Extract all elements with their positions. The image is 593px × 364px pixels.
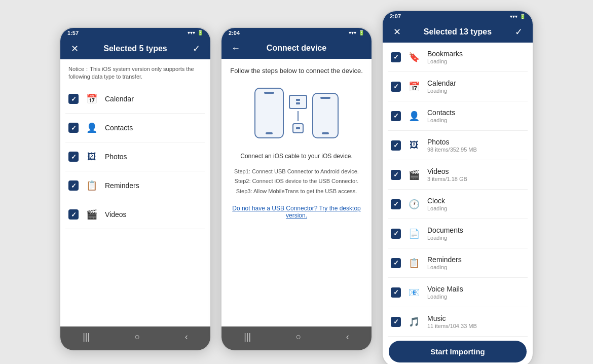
usb-port-2 (296, 102, 300, 104)
list-item-p3-music[interactable]: 🎵 Music 11 items/104.33 MB (388, 307, 528, 337)
videos-label-p1: Videos (105, 210, 127, 219)
checkbox-p3-calendar[interactable] (391, 82, 401, 92)
status-bar-1: 1:57 ▾▾▾ 🔋 (60, 28, 210, 38)
reminders-label-p3: Reminders (427, 256, 462, 264)
usb-connector-bottom (292, 123, 304, 133)
status-bar-3: 2:07 ▾▾▾ 🔋 (383, 11, 533, 21)
list-item-p3-videos[interactable]: 🎬 Videos 3 items/1.18 GB (388, 160, 528, 190)
contacts-label-p3: Contacts (427, 108, 455, 117)
header-title-1: Selected 5 types (82, 44, 189, 53)
battery-icon-2: 🔋 (358, 30, 364, 35)
phone-3: 2:07 ▾▾▾ 🔋 ✕ Selected 13 types ✓ 🔖 Bookm… (382, 10, 534, 364)
clock-icon-p3: 🕐 (407, 197, 421, 211)
list-item-p3-contacts[interactable]: 👤 Contacts Loading (388, 101, 528, 131)
wifi-icon-1: ▾▾▾ (188, 30, 195, 35)
checkbox-p3-videos[interactable] (391, 170, 401, 180)
contacts-label-p1: Contacts (105, 124, 133, 132)
desktop-link[interactable]: Do not have a USB Connector? Try the des… (230, 205, 363, 219)
cable-caption: Connect an iOS cable to your iOS device. (240, 153, 352, 160)
checkbox-p3-music[interactable] (391, 317, 401, 327)
list-item-p1-reminders[interactable]: 📋 Reminders (65, 171, 205, 200)
step-2: Step2: Connect iOS device to the USB Con… (235, 178, 359, 184)
close-button-1[interactable]: ✕ (67, 43, 82, 54)
music-icon-p3: 🎵 (407, 315, 421, 329)
battery-icon-3: 🔋 (520, 14, 526, 19)
checkbox-p3-photos[interactable] (391, 140, 401, 151)
checkbox-p3-contacts[interactable] (391, 111, 401, 121)
usb-port-1 (296, 99, 300, 101)
phone-notch-ios (320, 97, 330, 99)
list-item-p1-calendar[interactable]: 📅 Calendar (65, 85, 205, 114)
list-item-p3-reminders[interactable]: 📋 Reminders Loading (388, 248, 528, 278)
header-2: ← Connect device (221, 38, 372, 59)
phone-notch-android (264, 92, 274, 94)
checkbox-p1-reminders[interactable] (68, 180, 79, 191)
start-importing-button[interactable]: Start Importing (389, 341, 527, 362)
checkbox-p3-reminders[interactable] (391, 258, 401, 268)
checkbox-p3-documents[interactable] (391, 229, 401, 239)
confirm-button-1[interactable]: ✓ (189, 43, 203, 54)
documents-sublabel-p3: Loading (427, 235, 463, 241)
step-1: Step1: Connect USB Connector to Android … (234, 168, 359, 174)
android-phone-outline (254, 88, 284, 138)
time-2: 2:04 (229, 30, 240, 36)
phone-home-android (266, 132, 273, 134)
contacts-icon-p1: 👤 (85, 121, 99, 135)
list-item-p3-calendar[interactable]: 📅 Calendar Loading (388, 72, 528, 101)
contacts-icon-p3: 👤 (407, 109, 421, 123)
checkbox-p3-clock[interactable] (391, 199, 401, 209)
bookmarks-label-p3: Bookmarks (427, 50, 463, 58)
nav-back-icon-1[interactable]: ‹ (185, 332, 188, 342)
wifi-icon-2: ▾▾▾ (349, 30, 356, 35)
checkbox-p1-calendar[interactable] (68, 94, 79, 104)
nav-menu-icon-2[interactable]: ||| (244, 332, 251, 342)
list-item-p1-contacts[interactable]: 👤 Contacts (65, 114, 205, 142)
close-button-3[interactable]: ✕ (390, 26, 404, 38)
list-item-p3-photos[interactable]: 🖼 Photos 98 items/352.95 MB (388, 131, 528, 160)
back-button-2[interactable]: ← (229, 43, 243, 54)
status-icons-2: ▾▾▾ 🔋 (349, 30, 364, 35)
photos-label-p3: Photos (427, 138, 477, 146)
list-item-p1-videos[interactable]: 🎬 Videos (65, 200, 205, 229)
list-item-p3-bookmarks[interactable]: 🔖 Bookmarks Loading (388, 43, 528, 72)
list-item-p3-clock[interactable]: 🕐 Clock Loading (388, 190, 528, 219)
photos-label-p1: Photos (105, 153, 127, 161)
reminders-label-p1: Reminders (105, 181, 139, 190)
calendar-icon-p3: 📅 (407, 80, 421, 94)
nav-menu-icon-1[interactable]: ||| (83, 332, 90, 342)
connect-body: Follow the steps below to connect the de… (221, 59, 372, 326)
steps-container: Step1: Connect USB Connector to Android … (234, 167, 359, 197)
header-title-3: Selected 13 types (404, 27, 511, 37)
checkbox-p3-bookmarks[interactable] (391, 52, 401, 62)
status-icons-1: ▾▾▾ 🔋 (188, 30, 203, 35)
list-item-p1-photos[interactable]: 🖼 Photos (65, 142, 205, 171)
list-item-p3-documents[interactable]: 📄 Documents Loading (388, 219, 528, 248)
nav-home-icon-2[interactable]: ○ (296, 332, 302, 342)
nav-back-icon-2[interactable]: ‹ (346, 332, 349, 342)
clock-label-p3: Clock (427, 197, 447, 205)
voicemails-sublabel-p3: Loading (427, 294, 463, 300)
photos-icon-p1: 🖼 (85, 150, 99, 164)
checkbox-p1-contacts[interactable] (68, 123, 79, 133)
cable-line (298, 111, 299, 121)
list-item-p3-voicemails[interactable]: 📧 Voice Mails Loading (388, 278, 528, 307)
nav-bar-1: ||| ○ ‹ (60, 326, 210, 350)
nav-bar-2: ||| ○ ‹ (221, 326, 372, 350)
calendar-label-p3: Calendar (427, 79, 456, 87)
nav-home-icon-1[interactable]: ○ (135, 332, 140, 342)
header-title-2: Connect device (243, 44, 350, 53)
phone-body-1: Notice：This iOS system version only supp… (60, 59, 210, 326)
contacts-sublabel-p3: Loading (427, 117, 455, 123)
checkbox-p1-videos[interactable] (68, 209, 79, 220)
confirm-button-3[interactable]: ✓ (511, 26, 526, 38)
usb-port-3 (296, 127, 300, 129)
header-3: ✕ Selected 13 types ✓ (383, 21, 533, 43)
data-list-1: 📅 Calendar 👤 Contacts 🖼 Photos 📋 Reminde… (60, 85, 210, 229)
checkbox-p3-voicemails[interactable] (391, 287, 401, 298)
checkbox-p1-photos[interactable] (68, 152, 79, 162)
bookmarks-icon-p3: 🔖 (407, 50, 421, 64)
time-1: 1:57 (67, 30, 79, 36)
notice-text-1: Notice：This iOS system version only supp… (60, 59, 210, 85)
status-bar-2: 2:04 ▾▾▾ 🔋 (221, 28, 372, 38)
videos-sublabel-p3: 3 items/1.18 GB (427, 176, 467, 182)
